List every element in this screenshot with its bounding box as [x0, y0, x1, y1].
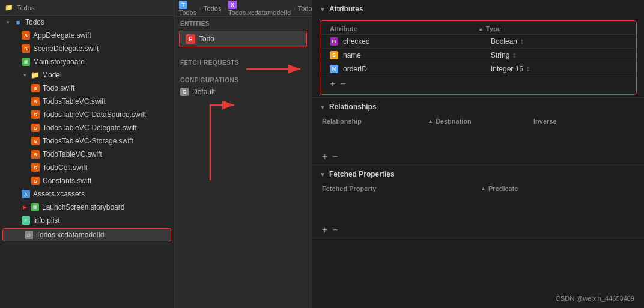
entity-badge: E: [186, 34, 195, 44]
config-badge: C: [180, 88, 189, 96]
sidebar-item-label: AppDelegate.swift: [33, 31, 91, 40]
sidebar-item-mainstoryboard[interactable]: ▦ Main.storyboard: [0, 55, 174, 68]
attr-type-checked: Boolean ⇕: [491, 37, 627, 46]
config-default[interactable]: C Default: [174, 86, 312, 98]
sidebar-item-label: TodosTableVC-DataSource.swift: [43, 110, 146, 119]
col-predicate-header: ▲ Predicate: [481, 185, 634, 192]
sidebar-item-label: Info.plist: [33, 216, 60, 225]
swift-icon: S: [31, 177, 40, 185]
stepper-icon[interactable]: ⇕: [526, 66, 530, 73]
sidebar-item-todostablevc-datasource[interactable]: S TodosTableVC-DataSource.swift: [0, 108, 174, 121]
sidebar-item-assets[interactable]: A Assets.xcassets: [0, 187, 174, 201]
disclosure-icon: ▶: [22, 204, 28, 210]
sidebar-item-appdelegate[interactable]: S AppDelegate.swift: [0, 29, 174, 42]
attr-row-name[interactable]: S name String ⇕: [320, 49, 636, 62]
config-name: Default: [192, 88, 215, 96]
storyboard-icon: ▦: [22, 58, 30, 66]
fetched-properties-title: Fetched Properties: [329, 170, 395, 178]
attr-name-orderid: orderID: [343, 65, 479, 73]
sidebar-item-label: TodoTableVC.swift: [43, 150, 102, 159]
disclosure-icon: ▾: [5, 19, 11, 25]
badge-boolean: B: [330, 37, 338, 46]
remove-relationship-button[interactable]: −: [332, 151, 338, 162]
fetched-properties-headers: Fetched Property ▲ Predicate: [312, 183, 644, 192]
relationships-add-row: + −: [312, 149, 644, 165]
breadcrumb-todos: T Todos: [179, 1, 196, 16]
sidebar-item-todocell[interactable]: S TodoCell.swift: [0, 161, 174, 174]
swift-icon: S: [22, 44, 30, 53]
relationships-section-header[interactable]: ▼ Relationships: [312, 98, 644, 116]
sidebar-item-model[interactable]: ▾ 📁 Model: [0, 68, 174, 82]
sidebar-item-label: TodosTableVC.swift: [43, 97, 106, 106]
entity-name: Todo: [199, 35, 214, 43]
sidebar-item-launchscreen[interactable]: ▶ ▦ LaunchScreen.storyboard: [0, 201, 174, 214]
stepper-icon[interactable]: ⇕: [520, 38, 524, 45]
remove-fetched-property-button[interactable]: −: [332, 225, 338, 235]
watermark: CSDN @weixin_44653409: [556, 295, 634, 302]
sidebar-header-label: Todos: [17, 4, 34, 11]
col-destination-header: ▲ Destination: [428, 118, 529, 125]
add-fetched-property-button[interactable]: +: [322, 225, 327, 235]
attr-name-name: name: [343, 51, 479, 59]
swift-icon: S: [31, 163, 40, 172]
xcdatamodel-icon: X: [228, 1, 237, 9]
datamodel-icon: D: [25, 231, 33, 239]
relationships-empty: [312, 125, 644, 149]
swift-icon: S: [22, 31, 30, 40]
sidebar-item-label: TodosTableVC-Delegate.swift: [43, 124, 137, 132]
project-icon: ■: [14, 18, 22, 26]
add-attribute-button[interactable]: +: [330, 79, 335, 89]
attributes-section-header[interactable]: ▼ Attributes: [312, 0, 644, 18]
folder-icon: 📁: [31, 71, 39, 79]
todos-icon: T: [179, 1, 187, 9]
sidebar-item-todotablevc[interactable]: S TodoTableVC.swift: [0, 148, 174, 161]
add-relationship-button[interactable]: +: [322, 151, 327, 162]
sidebar-item-label: TodoCell.swift: [43, 163, 87, 172]
breadcrumb-xcdatamodelid: X Todos.xcdatamodelId: [228, 1, 291, 16]
xcassets-icon: A: [22, 190, 30, 198]
attr-add-row: + −: [320, 76, 636, 92]
col-relationship-header: Relationship: [322, 118, 423, 125]
chevron-icon: ▼: [320, 104, 326, 110]
fetched-properties-add-row: + −: [312, 222, 644, 238]
attr-name-checked: checked: [343, 37, 479, 46]
remove-attribute-button[interactable]: −: [340, 79, 345, 89]
sidebar-item-todostablevc-storage[interactable]: S TodosTableVC-Storage.swift: [0, 134, 174, 148]
disclosure-icon: ▾: [22, 72, 28, 78]
sidebar-item-todostablevc-delegate[interactable]: S TodosTableVC-Delegate.swift: [0, 121, 174, 134]
badge-integer: N: [330, 65, 338, 73]
attributes-outline: Attribute ▲ Type B checked Boolean: [320, 20, 637, 95]
sidebar-item-label: Todos.xcdatamodelId: [36, 231, 104, 239]
attr-row-checked[interactable]: B checked Boolean ⇕: [320, 35, 636, 49]
sidebar-item-label: Todos: [25, 18, 44, 26]
sidebar-item-todostablevc[interactable]: S TodosTableVC.swift: [0, 95, 174, 108]
attr-table-header: Attribute ▲ Type: [320, 23, 636, 35]
sidebar-item-constants[interactable]: S Constants.swift: [0, 174, 174, 187]
col-type-header: ▲ Type: [478, 25, 627, 32]
sidebar-item-todos-project[interactable]: ▾ ■ Todos: [0, 16, 174, 29]
sidebar-item-label: Model: [42, 71, 62, 79]
col-inverse-header: Inverse: [533, 118, 634, 125]
fetched-properties-section-header[interactable]: ▼ Fetched Properties: [312, 165, 644, 183]
fetched-properties-section: ▼ Fetched Properties Fetched Property ▲ …: [312, 165, 644, 238]
sidebar-item-label: Assets.xcassets: [33, 190, 85, 198]
attributes-section: ▼ Attributes Attribute ▲ Type: [312, 0, 644, 98]
sidebar-item-infoplist[interactable]: P Info.plist: [0, 214, 174, 227]
entity-todo[interactable]: E Todo: [179, 31, 307, 47]
sidebar-item-scenedelegate[interactable]: S SceneDelegate.swift: [0, 42, 174, 55]
stepper-icon[interactable]: ⇕: [512, 52, 517, 59]
attr-row-orderid[interactable]: N orderID Integer 16 ⇕: [320, 62, 636, 76]
sidebar-item-label: Main.storyboard: [33, 58, 85, 66]
sort-icon: ▲: [478, 26, 484, 32]
sidebar-item-todo[interactable]: S Todo.swift: [0, 82, 174, 95]
relationships-section: ▼ Relationships Relationship ▲ Destinati…: [312, 98, 644, 165]
fetch-requests-header: FETCH REQUESTS: [174, 56, 312, 68]
badge-string: S: [330, 51, 338, 59]
attr-type-name: String ⇕: [491, 51, 627, 59]
sidebar-header: 📁 Todos: [0, 0, 174, 16]
breadcrumb-todos2: Todos: [204, 5, 221, 12]
sidebar-item-label: SceneDelegate.swift: [33, 44, 99, 53]
editor-panel: T Todos › Todos › X Todos.xcdatamodelId …: [174, 0, 312, 308]
sidebar-item-xcdatamodel[interactable]: D Todos.xcdatamodelId: [2, 228, 171, 241]
attr-type-orderid: Integer 16 ⇕: [491, 65, 627, 73]
